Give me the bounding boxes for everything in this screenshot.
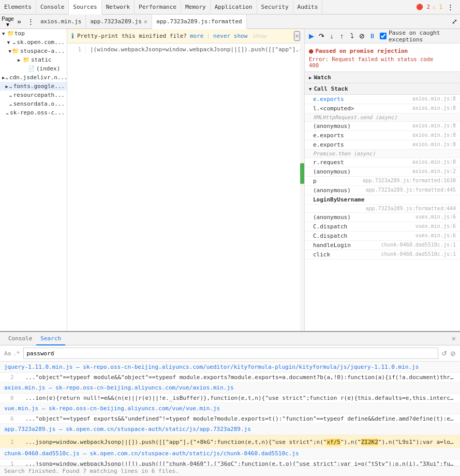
file-ref-11: vuex.min.js:6	[416, 223, 456, 230]
result-line-vue-6[interactable]: 6 ..."object"==typeof exports&&"undefine…	[0, 414, 460, 424]
tab-console-bottom[interactable]: Console	[4, 332, 36, 345]
call-stack-section-header[interactable]: ▼ Call Stack	[305, 83, 460, 95]
aa-label: Aa	[4, 350, 11, 357]
search-input[interactable]	[23, 348, 439, 359]
tree-item-stuspace[interactable]: ▼ 📁 stuspace-a...	[0, 47, 67, 55]
line-num-chunk-1: 1	[10, 460, 19, 466]
step-btn[interactable]: ⤵	[347, 31, 357, 42]
deactivate-btn[interactable]: ⊘	[358, 31, 367, 42]
step-into-btn[interactable]: ↓	[327, 31, 336, 42]
file-tab-app[interactable]: app.7323a289.js ×	[86, 15, 152, 29]
fn-name-1: l.<computed>	[313, 105, 354, 112]
pretty-print-close[interactable]: ×	[294, 31, 300, 41]
result-line-app-1[interactable]: 1 ...jsonp=window.webpackJsonp||[]).push…	[0, 435, 460, 448]
tree-label-static: static	[31, 56, 52, 63]
file-tab-formatted[interactable]: app.7323a289.js:formatted	[152, 15, 247, 29]
stack-item-4[interactable]: e.exports axios.min.js:8	[305, 140, 460, 150]
stack-item-10[interactable]: (anonymous) vuex.min.js:6	[305, 213, 460, 222]
tree-item-skopen[interactable]: ▼ ☁ sk.open.com...	[0, 38, 67, 47]
search-clear-btn[interactable]: ⊘	[450, 350, 456, 357]
file-tab-axios-label: axios.min.js	[40, 18, 81, 25]
page-selector-button[interactable]: Page ▼	[2, 16, 13, 27]
search-refresh-btn[interactable]: ↺	[441, 350, 447, 357]
resume-btn[interactable]: ▶	[307, 31, 316, 42]
tree-item-fonts[interactable]: ▶ ☁ fonts.google...	[0, 82, 67, 91]
tab-console[interactable]: Console	[36, 0, 69, 15]
tree-item-top[interactable]: ▼ 📁 top	[0, 29, 67, 38]
file-tab-bar: Page ▼ » ⋮ axios.min.js app.7323a289.js …	[0, 15, 460, 29]
result-line-axios-8[interactable]: 8 ...ion(e){return null!=e&&(n(e)||r(e)|…	[0, 394, 460, 403]
result-group-jquery-label: jquery-1.11.0.min.js — sk-repo.oss-cn-be…	[4, 364, 419, 370]
tab-performance[interactable]: Performance	[135, 0, 181, 15]
file-tab-app-close[interactable]: ×	[144, 19, 147, 25]
search-bar: Aa .* ↺ ⊘	[0, 345, 460, 362]
result-line-jquery-2[interactable]: 2 ..."object"==typeof module&&"object"==…	[0, 373, 460, 382]
bottom-panel: Console Search × Aa .* ↺ ⊘ jquery-1.11.0…	[0, 331, 460, 476]
pause-btn[interactable]: ⏸	[367, 31, 377, 42]
line-num-jquery-2: 2	[10, 374, 19, 381]
stack-item-11[interactable]: C.dispatch vuex.min.js:6	[305, 222, 460, 232]
stack-item-14[interactable]: click chunk-0460.dad5510c.js:1	[305, 250, 460, 259]
step-out-btn[interactable]: ↑	[337, 31, 347, 42]
watch-section-header[interactable]: ▶ Watch	[305, 72, 460, 83]
bottom-panel-close[interactable]: ×	[452, 335, 456, 343]
tree-item-cdn[interactable]: ▶ ☁ cdn.jsdelivr.n...	[0, 73, 67, 82]
tab-network[interactable]: Network	[102, 0, 135, 15]
result-group-chunk[interactable]: chunk-0460.dad5510c.js — sk.open.com.cn/…	[0, 448, 460, 459]
stack-item-13[interactable]: handleLogin chunk-0460.dad5510c.js:1	[305, 241, 460, 250]
tab-application[interactable]: Application	[211, 0, 257, 15]
tab-audits[interactable]: Audits	[293, 0, 323, 15]
tree-item-index[interactable]: ▶ 📄 (index)	[0, 64, 67, 73]
pretty-print-never-link[interactable]: never show	[213, 33, 247, 39]
tab-search-bottom[interactable]: Search	[36, 332, 65, 345]
stack-item-2[interactable]: (anonymous) axios.min.js:8	[305, 122, 460, 131]
file-tab-formatted-label: app.7323a289.js:formatted	[156, 18, 242, 25]
cloud-icon-fonts: ☁	[9, 83, 12, 90]
folder-icon-static: 📁	[23, 56, 30, 63]
stack-item-6[interactable]: (anonymous) axios.min.js:2	[305, 167, 460, 177]
pause-exceptions-checkbox[interactable]	[380, 33, 387, 39]
tree-label-sensor: sensordata.o...	[13, 100, 65, 107]
stack-item-9[interactable]: LoginByUsername	[305, 195, 460, 205]
tab-elements[interactable]: Elements	[0, 0, 36, 15]
error-count: 🔴 2	[416, 4, 430, 10]
stack-item-8[interactable]: (anonymous) app.7323a289.js:formatted:44…	[305, 186, 460, 195]
stack-item-9b[interactable]: app.7323a289.js:formatted:444	[305, 205, 460, 213]
tree-item-sensor[interactable]: ▶ ☁ sensordata.o...	[0, 99, 67, 108]
pause-exceptions-label[interactable]: Pause on caught exceptions	[380, 30, 458, 43]
stack-item-3[interactable]: e.exports axios.min.js:8	[305, 131, 460, 140]
stack-item-0[interactable]: e.exports axios.min.js:8	[305, 95, 460, 104]
tree-item-resource[interactable]: ▶ ☁ resourcepath...	[0, 91, 67, 99]
result-line-chunk-1[interactable]: 1 ...jsonp=window.webpackJsonp||[]).push…	[0, 459, 460, 466]
fn-name-14: click	[313, 251, 330, 258]
tree-item-skrepo[interactable]: ▶ ☁ sk-repo.oss-c...	[0, 108, 67, 117]
pp-sep2: show	[253, 33, 266, 39]
error-box: ● Paused on promise rejection Error: Req…	[305, 44, 460, 72]
stack-item-12[interactable]: C.dispatch vuex.min.js:6	[305, 232, 460, 241]
stack-item-5[interactable]: r.request axios.min.js:8	[305, 158, 460, 167]
result-group-axios-label: axios.min.js — sk-repo.oss-cn-beijing.al…	[4, 384, 234, 391]
code-line-1: 1 |(window.webpackJsonp=window.webpackJs…	[67, 46, 304, 54]
devtools-menu-button[interactable]: ⋮	[444, 2, 456, 13]
result-group-axios[interactable]: axios.min.js — sk-repo.oss-cn-beijing.al…	[0, 382, 460, 394]
result-group-app[interactable]: app.7323a289.js — sk.open.com.cn/stuspac…	[0, 424, 460, 435]
file-tab-expand[interactable]: ⤢	[449, 16, 460, 27]
stack-item-1[interactable]: l.<computed> axios.min.js:8	[305, 104, 460, 113]
pretty-print-more-link[interactable]: more	[190, 33, 204, 39]
dot-label: .*	[13, 350, 20, 357]
tab-sources[interactable]: Sources	[69, 0, 101, 15]
tab-memory[interactable]: Memory	[181, 0, 211, 15]
file-tab-axios[interactable]: axios.min.js	[36, 15, 86, 29]
tree-label-cdn: cdn.jsdelivr.n...	[9, 74, 67, 81]
result-group-vue[interactable]: vue.min.js — sk-repo.oss-cn-beijing.aliy…	[0, 403, 460, 414]
line-num-axios-8: 8	[10, 395, 19, 401]
file-tab-menu-button[interactable]: ⋮	[25, 16, 36, 27]
error-message: Error: Request failed with status code40…	[309, 56, 456, 68]
code-scroll-thumb	[300, 163, 304, 184]
tab-security[interactable]: Security	[257, 0, 293, 15]
step-over-btn[interactable]: ↷	[317, 31, 327, 42]
stack-item-7[interactable]: p app.7323a289.js:formatted:1630	[305, 177, 460, 186]
more-tabs-button[interactable]: »	[13, 16, 25, 27]
tree-item-static[interactable]: ▶ 📁 static	[0, 55, 67, 64]
result-group-jquery[interactable]: jquery-1.11.0.min.js — sk-repo.oss-cn-be…	[0, 362, 460, 373]
